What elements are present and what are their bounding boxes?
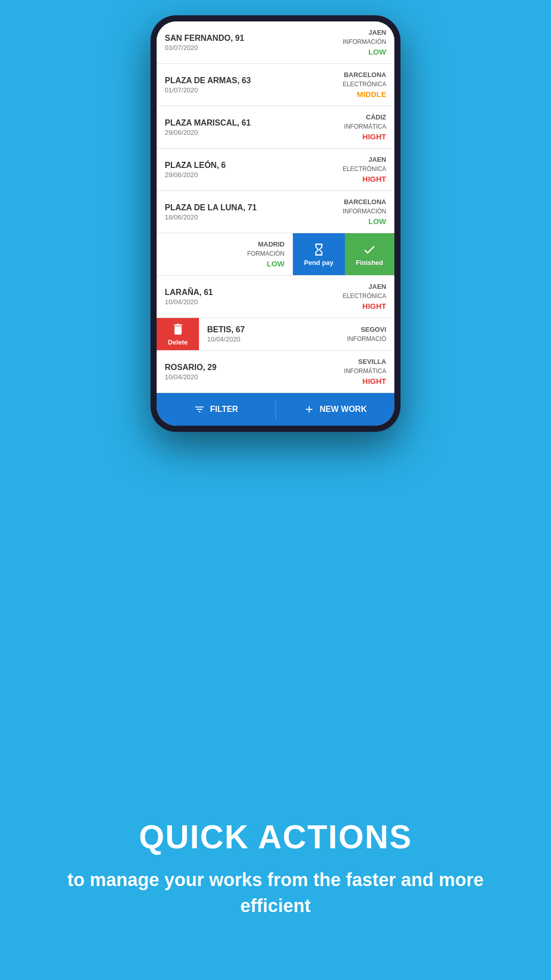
item-category: FORMACIÓN <box>247 250 284 257</box>
phone-wrapper: SAN FERNANDO, 91 03/07/2020 JAEN INFORMA… <box>138 0 413 432</box>
phone-screen: SAN FERNANDO, 91 03/07/2020 JAEN INFORMA… <box>157 21 394 426</box>
item-date: 03/07/2020 <box>165 44 244 52</box>
delete-button[interactable]: Delete <box>157 318 199 350</box>
item-category: ELECTRÓNICA <box>343 165 386 173</box>
item-address: BETIS, 67 <box>207 325 245 334</box>
list-item[interactable]: PLAZA MARISCAL, 61 29/06/2020 CÁDIZ INFO… <box>157 106 394 149</box>
item-address: PLAZA DE LA LUNA, 71 <box>165 203 257 212</box>
item-category: INFORMACIÓN <box>343 208 386 215</box>
bottom-bar: FILTER NEW WORK <box>157 393 394 426</box>
text-section: QUICK ACTIONS to manage your works from … <box>0 819 551 919</box>
item-city: SEGOVI <box>361 326 386 333</box>
hourglass-icon <box>312 242 326 257</box>
priority-badge: HIGHT <box>362 377 386 385</box>
item-city: MADRID <box>258 240 285 248</box>
item-right: JAEN INFORMACIÓN LOW <box>343 29 386 56</box>
filter-label: FILTER <box>210 405 238 414</box>
item-category: INFORMÁTICA <box>344 368 386 375</box>
item-city: BARCELONA <box>344 198 386 206</box>
item-city: JAEN <box>368 156 386 163</box>
item-date: 29/06/2020 <box>165 171 226 179</box>
item-right: JAEN ELECTRÓNICA HIGHT <box>343 283 386 310</box>
item-date: 18/06/2020 <box>165 213 257 221</box>
headline: QUICK ACTIONS <box>41 819 510 855</box>
priority-badge: HIGHT <box>362 302 386 310</box>
finished-label: Finished <box>356 259 383 266</box>
item-address: LARAÑA, 61 <box>165 288 213 297</box>
pend-pay-label: Pend pay <box>304 259 334 266</box>
trash-icon <box>171 322 185 336</box>
item-date: 10/04/2020 <box>165 373 216 381</box>
item-address: PLAZA DE ARMAS, 63 <box>165 76 251 85</box>
item-right: JAEN ELECTRÓNICA HIGHT <box>343 156 386 183</box>
item-right: SEGOVI INFORMACIÓ <box>347 326 386 342</box>
work-list: SAN FERNANDO, 91 03/07/2020 JAEN INFORMA… <box>157 21 394 393</box>
subheadline: to manage your works from the faster and… <box>41 867 510 919</box>
list-item[interactable]: ROSARIO, 29 10/04/2020 SEVILLA INFORMÁTI… <box>157 351 394 393</box>
item-address: PLAZA MARISCAL, 61 <box>165 118 251 128</box>
list-item[interactable]: SAN FERNANDO, 91 03/07/2020 JAEN INFORMA… <box>157 21 394 64</box>
item-date: 10/04/2020 <box>165 298 213 306</box>
priority-badge: LOW <box>368 47 386 56</box>
pend-pay-button[interactable]: Pend pay <box>293 233 345 275</box>
item-date: 10/04/2020 <box>207 335 245 343</box>
filter-icon <box>194 404 205 415</box>
list-item[interactable]: PLAZA DE ARMAS, 63 01/07/2020 BARCELONA … <box>157 64 394 106</box>
list-item[interactable]: PLAZA DE LA LUNA, 71 18/06/2020 BARCELON… <box>157 191 394 233</box>
item-category: INFORMACIÓ <box>347 335 386 342</box>
item-right: BARCELONA INFORMACIÓN LOW <box>343 198 386 226</box>
item-date: 29/06/2020 <box>165 129 251 136</box>
item-right: BARCELONA ELECTRÓNICA MIDDLE <box>343 71 386 99</box>
list-item-delete[interactable]: Delete BETIS, 67 10/04/2020 SEGOVI INFOR… <box>157 318 394 351</box>
priority-badge: LOW <box>267 259 285 268</box>
item-left: PLAZA DE ARMAS, 63 01/07/2020 <box>165 76 251 94</box>
item-left: BETIS, 67 10/04/2020 <box>207 325 245 343</box>
item-left: ROSARIO, 29 10/04/2020 <box>165 363 216 381</box>
item-left: PLAZA DE LA LUNA, 71 18/06/2020 <box>165 203 257 221</box>
swipe-actions: Pend pay Finished <box>293 233 394 275</box>
item-city: BARCELONA <box>344 71 386 79</box>
item-city: JAEN <box>368 29 386 36</box>
item-category: ELECTRÓNICA <box>343 81 386 88</box>
finished-button[interactable]: Finished <box>345 233 394 275</box>
new-work-label: NEW WORK <box>320 405 367 414</box>
check-icon <box>362 242 377 257</box>
new-work-button[interactable]: NEW WORK <box>276 393 395 426</box>
item-address: PLAZA LEÓN, 6 <box>165 161 226 170</box>
item-date: 01/07/2020 <box>165 86 251 94</box>
item-right: CÁDIZ INFORMÁTICA HIGHT <box>344 113 386 141</box>
item-category: ELECTRÓNICA <box>343 292 386 300</box>
item-city: SEVILLA <box>358 358 386 365</box>
item-city: CÁDIZ <box>366 113 386 121</box>
list-item[interactable]: LARAÑA, 61 10/04/2020 JAEN ELECTRÓNICA H… <box>157 276 394 318</box>
list-item-swiped[interactable]: MADRID FORMACIÓN LOW Pend pay <box>157 233 394 276</box>
priority-badge: HIGHT <box>362 132 386 141</box>
filter-button[interactable]: FILTER <box>157 393 276 426</box>
item-category: INFORMÁTICA <box>344 123 386 130</box>
item-address: ROSARIO, 29 <box>165 363 216 372</box>
item-left: PLAZA MARISCAL, 61 29/06/2020 <box>165 118 251 136</box>
item-right: MADRID FORMACIÓN LOW <box>247 240 284 268</box>
priority-badge: HIGHT <box>362 175 386 183</box>
item-left: PLAZA LEÓN, 6 29/06/2020 <box>165 161 226 179</box>
plus-icon <box>304 404 315 415</box>
phone-frame: SAN FERNANDO, 91 03/07/2020 JAEN INFORMA… <box>151 15 400 432</box>
priority-badge: LOW <box>368 217 386 226</box>
delete-label: Delete <box>168 338 188 346</box>
item-city: JAEN <box>368 283 386 290</box>
list-item[interactable]: PLAZA LEÓN, 6 29/06/2020 JAEN ELECTRÓNIC… <box>157 149 394 191</box>
item-right: SEVILLA INFORMÁTICA HIGHT <box>344 358 386 385</box>
priority-badge: MIDDLE <box>357 90 387 99</box>
item-address: SAN FERNANDO, 91 <box>165 34 244 43</box>
item-left: SAN FERNANDO, 91 03/07/2020 <box>165 34 244 52</box>
item-category: INFORMACIÓN <box>343 38 386 45</box>
item-left: LARAÑA, 61 10/04/2020 <box>165 288 213 306</box>
